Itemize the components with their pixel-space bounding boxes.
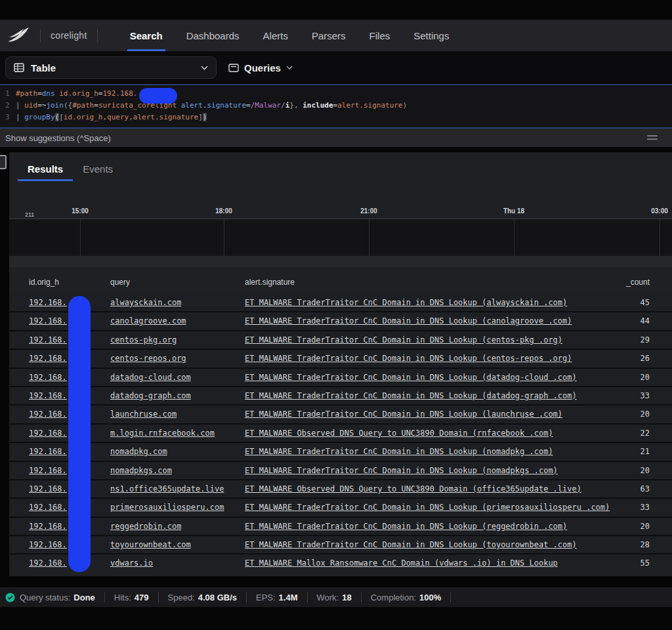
resize-handle-icon[interactable] <box>647 135 658 142</box>
cell-alert-signature[interactable]: ET MALWARE TraderTraitor CnC Domain in D… <box>245 312 572 329</box>
queries-dropdown[interactable]: Queries <box>228 62 293 74</box>
table-row[interactable]: 192.168.datadog-cloud.comET MALWARE Trad… <box>9 369 672 387</box>
cell-id-orig-h[interactable]: 192.168. <box>29 443 67 460</box>
nav-item-search[interactable]: Search <box>127 20 165 51</box>
cell-id-orig-h[interactable]: 192.168. <box>29 312 67 329</box>
tab-results[interactable]: Results <box>18 158 73 181</box>
cell-count: 20 <box>640 369 650 386</box>
status-value: 1.4M <box>279 593 298 602</box>
query-editor[interactable]: 1#path=dns id.orig_h=192.168.2| uid=~joi… <box>0 84 672 129</box>
cell-id-orig-h[interactable]: 192.168. <box>29 369 67 386</box>
cell-id-orig-h[interactable]: 192.168. <box>29 294 67 311</box>
cell-id-orig-h[interactable]: 192.168. <box>29 499 67 516</box>
cell-alert-signature[interactable]: ET MALWARE TraderTraitor CnC Domain in D… <box>245 294 567 311</box>
cell-query[interactable]: reggedrobin.com <box>110 518 181 535</box>
cell-query[interactable]: ns1.office365update.live <box>110 480 224 497</box>
nav-item-files[interactable]: Files <box>367 20 393 51</box>
table-row[interactable]: 192.168.vdwars.ioET MALWARE Mallox Ranso… <box>9 555 672 567</box>
table-row[interactable]: 192.168.m.login.rnfacebook.comET MALWARE… <box>9 425 672 443</box>
nav-item-settings[interactable]: Settings <box>411 20 452 51</box>
cell-id-orig-h[interactable]: 192.168. <box>29 387 67 404</box>
table-row[interactable]: 192.168.nomadpkg.comET MALWARE TraderTra… <box>9 443 672 461</box>
table-row[interactable]: 192.168.centos-repos.orgET MALWARE Trade… <box>9 350 672 368</box>
table-row[interactable]: 192.168.canolagroove.comET MALWARE Trade… <box>9 312 672 331</box>
view-selector-label: Table <box>31 62 201 74</box>
cell-alert-signature[interactable]: ET MALWARE TraderTraitor CnC Domain in D… <box>245 499 610 516</box>
cell-alert-signature[interactable]: ET MALWARE TraderTraitor CnC Domain in D… <box>245 536 577 553</box>
status-item: Completion:100% <box>371 593 442 602</box>
status-value: 100% <box>419 593 441 602</box>
cell-alert-signature[interactable]: ET MALWARE TraderTraitor CnC Domain in D… <box>245 406 562 423</box>
nav-item-alerts[interactable]: Alerts <box>261 20 291 51</box>
nav-item-parsers[interactable]: Parsers <box>309 20 348 51</box>
cell-query[interactable]: canolagroove.com <box>110 312 186 329</box>
cell-query[interactable]: centos-repos.org <box>110 350 186 367</box>
cell-query[interactable]: m.login.rnfacebook.com <box>110 425 215 442</box>
suggestions-hint[interactable]: Show suggestions (^Space) <box>5 133 111 143</box>
cell-alert-signature[interactable]: ET MALWARE Observed DNS Query to UNC3890… <box>245 480 581 497</box>
timeline-gridline <box>660 219 660 257</box>
nav-item-dashboards[interactable]: Dashboards <box>184 20 242 51</box>
cell-alert-signature[interactable]: ET MALWARE TraderTraitor CnC Domain in D… <box>245 387 577 404</box>
cell-alert-signature[interactable]: ET MALWARE TraderTraitor CnC Domain in D… <box>245 331 562 348</box>
table-row[interactable]: 192.168.centos-pkg.orgET MALWARE TraderT… <box>9 331 672 350</box>
cell-count: 28 <box>640 536 650 553</box>
table-row[interactable]: 192.168.primerosauxiliosperu.comET MALWA… <box>9 499 672 517</box>
table-row[interactable]: 192.168.datadog-graph.comET MALWARE Trad… <box>9 387 672 406</box>
table-row[interactable]: 192.168.toyourownbeat.comET MALWARE Trad… <box>9 536 672 555</box>
cell-query[interactable]: primerosauxiliosperu.com <box>110 499 224 516</box>
cell-id-orig-h[interactable]: 192.168. <box>29 350 67 367</box>
cell-id-orig-h[interactable]: 192.168. <box>29 555 67 567</box>
status-label: EPS: <box>256 593 276 602</box>
column-header-alert-signature[interactable]: alert.signature <box>245 278 295 287</box>
column-header-id-orig-h[interactable]: id.orig_h <box>29 278 59 287</box>
nav-divider <box>97 29 98 42</box>
cell-query[interactable]: nomadpkgs.com <box>110 462 172 479</box>
cell-query[interactable]: datadog-cloud.com <box>110 369 191 386</box>
cell-id-orig-h[interactable]: 192.168. <box>29 462 67 479</box>
cell-alert-signature[interactable]: ET MALWARE TraderTraitor CnC Domain in D… <box>245 350 572 367</box>
cell-id-orig-h[interactable]: 192.168. <box>29 331 67 348</box>
cell-alert-signature[interactable]: ET MALWARE TraderTraitor CnC Domain in D… <box>245 369 577 386</box>
cell-alert-signature[interactable]: ET MALWARE TraderTraitor CnC Domain in D… <box>245 462 558 479</box>
cell-alert-signature[interactable]: ET MALWARE Observed DNS Query to UNC3890… <box>245 425 553 442</box>
cell-id-orig-h[interactable]: 192.168. <box>29 406 67 423</box>
status-item: Hits:479 <box>114 593 149 602</box>
table-row[interactable]: 192.168.launchruse.comET MALWARE TraderT… <box>9 406 672 424</box>
table-row[interactable]: 192.168.nomadpkgs.comET MALWARE TraderTr… <box>9 462 672 480</box>
cell-alert-signature[interactable]: ET MALWARE TraderTraitor CnC Domain in D… <box>245 518 567 535</box>
column-header-count[interactable]: _count <box>626 278 650 287</box>
cell-count: 44 <box>640 312 650 329</box>
cell-id-orig-h[interactable]: 192.168. <box>29 536 67 553</box>
cell-query[interactable]: launchruse.com <box>110 406 177 423</box>
tab-events[interactable]: Events <box>73 158 123 181</box>
cell-id-orig-h[interactable]: 192.168. <box>29 518 67 535</box>
cell-count: 55 <box>640 555 650 567</box>
column-header-query[interactable]: query <box>110 278 130 287</box>
status-item: EPS:1.4M <box>256 593 298 602</box>
panel-collapse-handle-icon[interactable] <box>0 155 7 169</box>
cell-count: 26 <box>640 350 650 367</box>
cell-id-orig-h[interactable]: 192.168. <box>29 480 67 497</box>
cell-alert-signature[interactable]: ET MALWARE Mallox Ransomware CnC Domain … <box>245 555 558 567</box>
cell-query[interactable]: toyourownbeat.com <box>110 536 191 553</box>
cell-query[interactable]: vdwars.io <box>110 555 153 567</box>
cell-alert-signature[interactable]: ET MALWARE TraderTraitor CnC Domain in D… <box>245 443 553 460</box>
cell-query[interactable]: centos-pkg.org <box>110 331 177 348</box>
status-item: Work:18 <box>317 593 352 602</box>
table-row[interactable]: 192.168.alwaysckain.comET MALWARE Trader… <box>9 294 672 312</box>
timeline-tick-label: 15:00 <box>72 207 89 215</box>
table-row[interactable]: 192.168.reggedrobin.comET MALWARE Trader… <box>9 518 672 536</box>
cell-query[interactable]: nomadpkg.com <box>110 443 167 460</box>
timeline-chart[interactable] <box>9 219 672 256</box>
table-row[interactable]: 192.168.ns1.office365update.liveET MALWA… <box>9 480 672 499</box>
cell-query[interactable]: datadog-graph.com <box>110 387 191 404</box>
cell-count: 22 <box>640 425 650 442</box>
view-selector-dropdown[interactable]: Table <box>5 56 217 79</box>
query-toolbar: Table Queries <box>0 51 672 84</box>
cell-query[interactable]: alwaysckain.com <box>110 294 181 311</box>
status-label: Work: <box>317 593 339 602</box>
code-text: | groupBy([id.orig_h,query,alert.signatu… <box>16 112 207 123</box>
horizontal-scrollbar[interactable] <box>9 256 672 267</box>
cell-id-orig-h[interactable]: 192.168. <box>29 425 67 442</box>
